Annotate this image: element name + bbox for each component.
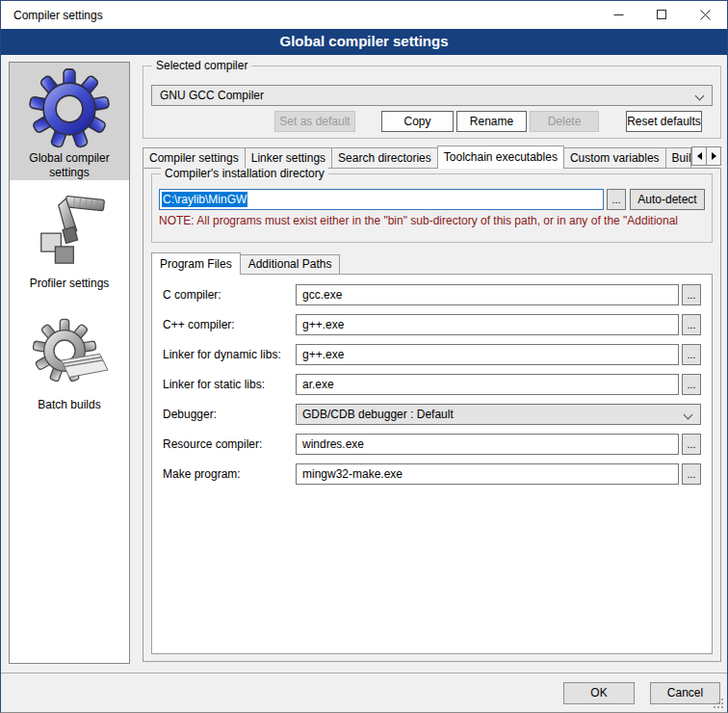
sidebar-item-global-compiler-settings[interactable]: Global compiler settings	[10, 63, 129, 180]
sidebar-item-batch-builds[interactable]: Batch builds	[10, 304, 129, 419]
tab-scroll-left-icon	[697, 152, 702, 160]
dynamic-linker-browse-button[interactable]: ...	[682, 344, 701, 365]
cpp-compiler-label: C++ compiler:	[163, 318, 296, 331]
debugger-select[interactable]: GDB/CDB debugger : Default	[296, 404, 701, 425]
compiler-select[interactable]: GNU GCC Compiler	[151, 85, 713, 106]
selected-compiler-group: Selected compiler GNU GCC Compiler Set a…	[143, 66, 721, 139]
resource-compiler-value: windres.exe	[302, 437, 364, 451]
resource-compiler-label: Resource compiler:	[163, 437, 296, 451]
field-row-dynamic-linker: Linker for dynamic libs: g++.exe ...	[163, 344, 701, 365]
dialog-body: Global compiler settings	[1, 55, 727, 712]
close-button[interactable]	[684, 1, 727, 29]
dynamic-linker-input[interactable]: g++.exe	[296, 344, 679, 365]
page-title: Global compiler settings	[1, 29, 727, 55]
window-title: Compiler settings	[1, 9, 597, 22]
field-row-static-linker: Linker for static libs: ar.exe ...	[163, 374, 701, 395]
close-icon	[700, 10, 711, 20]
installation-directory-group-label: Compiler's installation directory	[161, 167, 328, 180]
compiler-actions: Set as default Copy Rename Delete Reset …	[151, 111, 713, 132]
static-linker-browse-button[interactable]: ...	[682, 374, 701, 395]
c-compiler-value: gcc.exe	[302, 288, 342, 302]
installation-directory-group: Compiler's installation directory C:\ray…	[151, 173, 713, 243]
dialog-footer: OK Cancel	[1, 673, 727, 712]
tab-scroll-right-icon	[712, 152, 716, 160]
tab-build-options[interactable]: Builc	[665, 147, 692, 168]
dynamic-linker-value: g++.exe	[302, 348, 344, 361]
note-text: NOTE: All programs must exist either in …	[159, 214, 710, 227]
static-linker-value: ar.exe	[302, 378, 334, 391]
programs-subtabs: Program Files Additional Paths	[151, 251, 713, 274]
sidebar-item-label: Profiler settings	[10, 277, 129, 297]
sidebar-item-profiler-settings[interactable]: Profiler settings	[10, 180, 129, 304]
chevron-down-icon	[684, 410, 693, 420]
static-linker-label: Linker for static libs:	[163, 378, 296, 391]
caliper-icon	[28, 193, 111, 276]
subtab-program-files[interactable]: Program Files	[151, 252, 241, 275]
selected-compiler-group-label: Selected compiler	[152, 59, 251, 72]
tab-compiler-settings[interactable]: Compiler settings	[143, 147, 246, 168]
maximize-button[interactable]	[640, 1, 684, 29]
resize-grip[interactable]	[713, 698, 724, 709]
minimize-button[interactable]	[597, 1, 640, 29]
subtab-additional-paths[interactable]: Additional Paths	[240, 254, 341, 274]
field-row-debugger: Debugger: GDB/CDB debugger : Default	[163, 404, 701, 425]
copy-button[interactable]: Copy	[381, 111, 454, 132]
compiler-select-value: GNU GCC Compiler	[160, 89, 264, 102]
ok-button[interactable]: OK	[563, 682, 635, 704]
debugger-value: GDB/CDB debugger : Default	[302, 408, 454, 421]
settings-category-list: Global compiler settings	[9, 62, 130, 664]
tab-scroll-right-button[interactable]	[706, 146, 721, 166]
make-program-input[interactable]: mingw32-make.exe	[296, 463, 679, 485]
dynamic-linker-label: Linker for dynamic libs:	[163, 348, 296, 361]
field-row-resource-compiler: Resource compiler: windres.exe ...	[163, 434, 701, 455]
installation-directory-input[interactable]: C:\raylib\MinGW	[159, 189, 604, 210]
resource-compiler-input[interactable]: windres.exe	[296, 434, 679, 455]
tab-toolchain-executables[interactable]: Toolchain executables	[437, 145, 564, 169]
field-row-make-program: Make program: mingw32-make.exe ...	[163, 463, 701, 485]
c-compiler-label: C compiler:	[163, 288, 296, 302]
rename-button[interactable]: Rename	[456, 111, 527, 132]
tab-scroll-left-button[interactable]	[691, 146, 707, 166]
make-program-label: Make program:	[163, 467, 296, 481]
tab-linker-settings[interactable]: Linker settings	[245, 147, 332, 168]
minimize-icon	[613, 10, 624, 20]
make-program-browse-button[interactable]: ...	[682, 463, 701, 485]
cpp-compiler-value: g++.exe	[302, 318, 344, 331]
cpp-compiler-browse-button[interactable]: ...	[682, 314, 701, 335]
settings-tabs: Compiler settings Linker settings Search…	[143, 145, 721, 168]
blue-gear-icon	[29, 68, 110, 149]
c-compiler-browse-button[interactable]: ...	[682, 284, 701, 305]
installation-directory-value: C:\raylib\MinGW	[162, 192, 247, 207]
delete-button[interactable]: Delete	[530, 111, 599, 132]
installation-directory-browse-button[interactable]: ...	[607, 189, 626, 210]
programs-notebook: Program Files Additional Paths C compile…	[151, 251, 713, 654]
tab-search-directories[interactable]: Search directories	[331, 147, 438, 168]
main-panel: Selected compiler GNU GCC Compiler Set a…	[143, 55, 721, 662]
program-files-page: C compiler: gcc.exe ... C++ compiler: g+…	[151, 274, 713, 654]
toolchain-executables-panel: Compiler's installation directory C:\ray…	[143, 168, 721, 662]
reset-defaults-button[interactable]: Reset defaults	[626, 111, 702, 132]
field-row-cpp-compiler: C++ compiler: g++.exe ...	[163, 314, 701, 335]
c-compiler-input[interactable]: gcc.exe	[296, 284, 679, 305]
debugger-label: Debugger:	[163, 408, 296, 421]
auto-detect-button[interactable]: Auto-detect	[630, 189, 705, 210]
set-as-default-button[interactable]: Set as default	[274, 111, 355, 132]
chevron-down-icon	[695, 92, 705, 101]
cancel-button[interactable]: Cancel	[650, 682, 720, 704]
resource-compiler-browse-button[interactable]: ...	[682, 434, 701, 455]
static-linker-input[interactable]: ar.exe	[296, 374, 679, 395]
title-bar: Compiler settings	[1, 1, 727, 29]
installation-directory-row: C:\raylib\MinGW ... Auto-detect	[159, 189, 705, 210]
compiler-settings-dialog: Compiler settings Global compiler settin…	[0, 0, 728, 713]
tab-custom-variables[interactable]: Custom variables	[563, 147, 666, 168]
cpp-compiler-input[interactable]: g++.exe	[296, 314, 679, 335]
gear-stack-icon	[29, 317, 110, 394]
maximize-icon	[657, 10, 667, 20]
make-program-value: mingw32-make.exe	[302, 467, 403, 481]
sidebar-item-label: Batch builds	[10, 398, 129, 418]
field-row-c-compiler: C compiler: gcc.exe ...	[163, 284, 701, 305]
